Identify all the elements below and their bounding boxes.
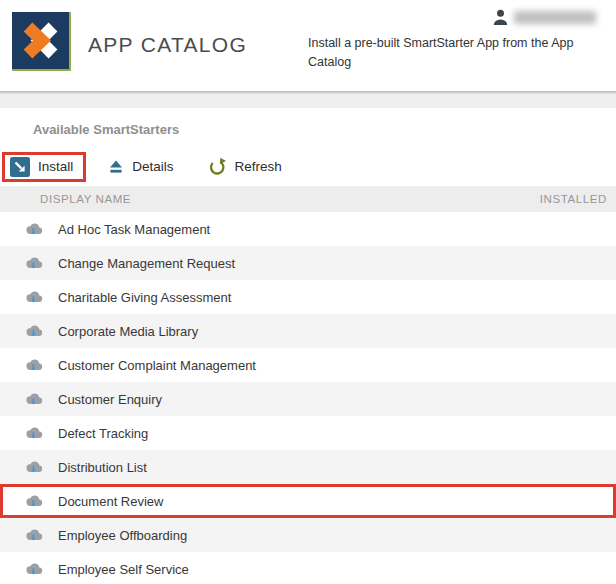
cloud-download-icon bbox=[24, 527, 43, 543]
row-display-name: Employee Self Service bbox=[58, 562, 189, 577]
table-row[interactable]: Corporate Media Library bbox=[0, 314, 616, 348]
row-display-name: Change Management Request bbox=[58, 256, 235, 271]
install-button-label: Install bbox=[38, 159, 73, 174]
row-display-name: Corporate Media Library bbox=[58, 324, 198, 339]
page-description: Install a pre-built SmartStarter App fro… bbox=[308, 34, 584, 72]
refresh-button[interactable]: Refresh bbox=[196, 157, 294, 176]
table-row[interactable]: Employee Offboarding bbox=[0, 518, 616, 552]
cloud-download-icon bbox=[24, 561, 43, 577]
refresh-button-label: Refresh bbox=[235, 159, 282, 174]
cloud-download-icon bbox=[24, 391, 43, 407]
row-display-name: Customer Complaint Management bbox=[58, 358, 256, 373]
table-row[interactable]: Defect Tracking bbox=[0, 416, 616, 450]
table-row[interactable]: Charitable Giving Assessment bbox=[0, 280, 616, 314]
row-display-name: Charitable Giving Assessment bbox=[58, 290, 231, 305]
cloud-download-icon bbox=[24, 221, 43, 237]
row-display-name: Ad Hoc Task Management bbox=[58, 222, 210, 237]
cloud-download-icon bbox=[24, 255, 43, 271]
table-row[interactable]: Employee Self Service bbox=[0, 552, 616, 584]
table-row[interactable]: Distribution List bbox=[0, 450, 616, 484]
details-eject-icon bbox=[108, 159, 124, 175]
install-button[interactable]: Install bbox=[2, 152, 86, 182]
install-icon bbox=[10, 157, 30, 177]
cloud-download-icon bbox=[24, 493, 43, 509]
row-display-name: Defect Tracking bbox=[58, 426, 148, 441]
table-row[interactable]: Customer Enquiry bbox=[0, 382, 616, 416]
toolbar: Install Details Refres bbox=[2, 150, 616, 183]
user-menu[interactable] bbox=[493, 9, 596, 26]
gray-strip bbox=[0, 94, 616, 108]
details-button[interactable]: Details bbox=[96, 159, 185, 175]
user-name-redacted bbox=[514, 11, 596, 24]
cloud-download-icon bbox=[24, 289, 43, 305]
table-body: Ad Hoc Task Management Change Management… bbox=[0, 212, 616, 584]
details-button-label: Details bbox=[132, 159, 173, 174]
row-display-name: Distribution List bbox=[58, 460, 147, 475]
page-title: APP CATALOG bbox=[88, 33, 247, 57]
row-display-name: Employee Offboarding bbox=[58, 528, 187, 543]
main-content: Available SmartStarters Install bbox=[0, 122, 616, 584]
column-header-display-name: DISPLAY NAME bbox=[40, 193, 131, 205]
table-row[interactable]: Ad Hoc Task Management bbox=[0, 212, 616, 246]
cloud-download-icon bbox=[24, 425, 43, 441]
cloud-download-icon bbox=[24, 357, 43, 373]
cloud-download-icon bbox=[24, 459, 43, 475]
k2-logo-icon bbox=[12, 12, 71, 71]
app-header: APP CATALOG Install a pre-built SmartSta… bbox=[0, 0, 616, 91]
row-display-name: Document Review bbox=[58, 494, 164, 509]
smartstarter-table: DISPLAY NAME INSTALLED Ad Hoc Task Manag… bbox=[0, 186, 616, 584]
section-title: Available SmartStarters bbox=[33, 122, 616, 137]
refresh-icon bbox=[208, 157, 227, 176]
cloud-download-icon bbox=[24, 323, 43, 339]
person-icon bbox=[493, 9, 508, 26]
table-row[interactable]: Change Management Request bbox=[0, 246, 616, 280]
table-row[interactable]: Document Review bbox=[0, 484, 616, 518]
column-header-installed: INSTALLED bbox=[540, 193, 607, 205]
row-display-name: Customer Enquiry bbox=[58, 392, 162, 407]
app-catalog-window: APP CATALOG Install a pre-built SmartSta… bbox=[0, 0, 616, 584]
table-row[interactable]: Customer Complaint Management bbox=[0, 348, 616, 382]
table-header-row: DISPLAY NAME INSTALLED bbox=[0, 186, 616, 212]
